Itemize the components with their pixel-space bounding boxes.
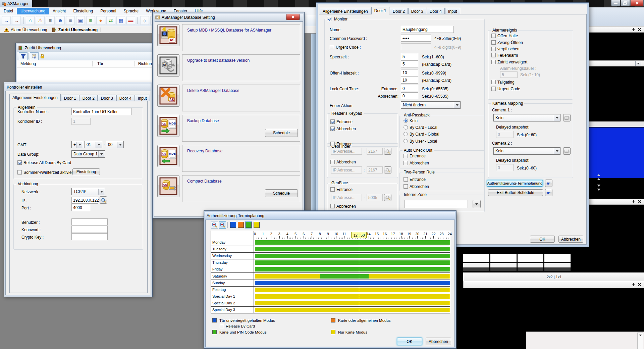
video-tile[interactable] <box>544 263 571 271</box>
alarm-urgent-code-checkbox[interactable] <box>491 87 496 91</box>
column-header[interactable]: Richtung <box>138 61 154 66</box>
anti-kein-radio[interactable] <box>404 118 408 123</box>
door-ok-button[interactable]: OK <box>530 236 555 243</box>
filter-button[interactable] <box>19 52 28 60</box>
aco-abbrechen-checkbox[interactable] <box>404 161 408 165</box>
menu-item-einstellung[interactable]: Einstellung <box>69 8 97 14</box>
alarm-verpfuschen-checkbox[interactable] <box>491 47 496 51</box>
minimize-button[interactable] <box>611 0 620 6</box>
zoom-in-button[interactable] <box>211 221 218 229</box>
tab-door-1[interactable]: Door 1 <box>61 95 79 101</box>
offen-input[interactable]: 10 <box>401 69 418 76</box>
tab-input[interactable]: Input <box>445 8 460 14</box>
schedule-track[interactable] <box>254 287 450 293</box>
menu-item--berwachung[interactable]: Überwachung <box>17 8 49 14</box>
tab-door-4[interactable]: Door 4 <box>116 95 135 101</box>
menu-item-sprache[interactable]: Sprache <box>120 8 143 14</box>
tab-door-2[interactable]: Door 2 <box>79 95 98 101</box>
auth-terminplanung-button[interactable]: Authentifizierung-Terminplanung <box>487 180 543 187</box>
tab-door-1[interactable]: Door 1 <box>371 7 389 14</box>
geofinger-search-button[interactable] <box>384 148 391 155</box>
offen-handicap-input[interactable]: 10 <box>401 77 418 84</box>
keypad-entrance-checkbox[interactable] <box>330 119 335 124</box>
geoface-entrance-checkbox[interactable] <box>330 187 335 192</box>
video-tile[interactable] <box>463 263 489 271</box>
video-tile[interactable] <box>518 254 544 262</box>
door-monitor-icon[interactable]: ⌂ <box>26 16 35 25</box>
netzwerk-select[interactable]: TCP/IP <box>71 188 105 195</box>
vehicle-icon[interactable]: ■ <box>66 16 75 25</box>
camera2-select[interactable]: Kein <box>493 147 560 155</box>
scrollbar[interactable] <box>637 333 643 349</box>
aco-entrance-checkbox[interactable] <box>404 154 408 158</box>
db-item-panel[interactable]: Backup Database <box>182 115 300 142</box>
geoface-abbrechen-checkbox[interactable] <box>330 204 335 208</box>
scroll-down-icon[interactable] <box>597 185 602 193</box>
schedule-track[interactable] <box>254 273 450 280</box>
sync-door-icon[interactable]: ⇄ <box>106 16 115 25</box>
db-item-label[interactable]: Setup MDB / MSSQL Database for ASManager <box>187 28 271 33</box>
anti-bycard-local-radio[interactable] <box>404 125 408 130</box>
scroll-up-icon[interactable] <box>597 172 602 181</box>
logout-icon[interactable]: → <box>2 16 11 25</box>
video-tile[interactable] <box>463 254 489 262</box>
upgrade-db-icon-button[interactable]: AS <box>157 54 179 77</box>
restore-button[interactable] <box>621 0 630 6</box>
db-item-label[interactable]: Recovery Database <box>187 149 222 153</box>
dropdown-button[interactable] <box>635 61 641 66</box>
tab-alarm-ueberwachung[interactable]: Alarm Überwachung <box>3 28 49 32</box>
db-item-label[interactable]: Delete ASManager Database <box>187 88 239 93</box>
interne-zone-input[interactable] <box>404 200 468 208</box>
exit-button-schedule-button[interactable]: Exit Button Schedule <box>488 189 543 196</box>
fingerprint-icon[interactable]: ● <box>96 16 105 25</box>
mode-blue-swatch[interactable] <box>230 222 236 228</box>
alarm-offen-halte-checkbox[interactable] <box>491 34 496 38</box>
lock-abbrechen-input[interactable]: 0 <box>401 92 418 99</box>
compact-db-icon-button[interactable]: AS <box>157 175 179 197</box>
two-abbrechen-checkbox[interactable] <box>404 184 408 189</box>
schedule-track[interactable] <box>254 266 450 272</box>
auth-hand-button[interactable]: ☛ <box>545 180 552 187</box>
event-log-icon[interactable]: ≡ <box>46 16 55 25</box>
db-item-panel[interactable]: Upgrade to latest database version <box>182 54 300 81</box>
video-tile[interactable] <box>544 254 571 262</box>
gmt-hour-select[interactable]: 01 <box>85 141 102 148</box>
close-icon[interactable] <box>638 200 641 203</box>
db-close-button[interactable] <box>286 14 300 20</box>
menu-item-datei[interactable]: Datei <box>0 8 17 14</box>
close-icon[interactable] <box>638 28 641 31</box>
column-header[interactable]: Tür <box>97 61 103 66</box>
schedule-track[interactable] <box>254 307 450 313</box>
geofinger-abbrechen-checkbox[interactable] <box>330 160 335 164</box>
datagroup-select[interactable]: Data Group 1 <box>71 150 105 158</box>
copy-pages-icon[interactable]: ▣ <box>76 16 85 25</box>
schedule-track[interactable] <box>254 259 450 266</box>
system-gears-icon[interactable]: ☼ <box>140 16 149 25</box>
anti-bycard-global-radio[interactable] <box>404 132 408 136</box>
db-item-panel[interactable]: Recovery Database <box>182 145 300 172</box>
card-layout-icon[interactable]: ▦ <box>116 16 125 25</box>
tab-door-3[interactable]: Door 3 <box>98 95 116 101</box>
video-tile[interactable] <box>490 254 517 262</box>
grid-layout-label[interactable]: 2x2 | 1x1 <box>547 275 561 279</box>
tab-input[interactable]: Input <box>135 95 150 101</box>
backup-db-icon-button[interactable]: AS MDB <box>157 115 179 137</box>
camera2-preview-button[interactable] <box>563 147 571 155</box>
schedule-track[interactable] <box>254 293 450 300</box>
pin-icon[interactable] <box>632 28 635 32</box>
controller-name-input[interactable]: Kontroller 1 im UG Keller <box>71 108 131 115</box>
alarm-zutritt-verweigert-checkbox[interactable] <box>491 60 496 64</box>
mode-orange-swatch[interactable] <box>238 222 244 228</box>
device-config-icon[interactable]: ≡ <box>86 16 95 25</box>
name-input[interactable]: Haupteingang <box>401 26 454 33</box>
camera1-preview-button[interactable] <box>563 114 571 121</box>
benutzer-input[interactable] <box>71 218 108 226</box>
port-input[interactable]: 4000 <box>71 204 90 211</box>
compact-schedule-button[interactable]: Schedule <box>265 189 298 197</box>
geofinger-entrance-checkbox[interactable] <box>330 142 335 146</box>
dst-checkbox[interactable] <box>17 170 22 174</box>
release-by-card-checkbox[interactable] <box>220 324 224 328</box>
lock-button[interactable] <box>39 53 45 59</box>
video-tile[interactable] <box>518 263 544 271</box>
db-item-label[interactable]: Compact Database <box>187 179 222 184</box>
